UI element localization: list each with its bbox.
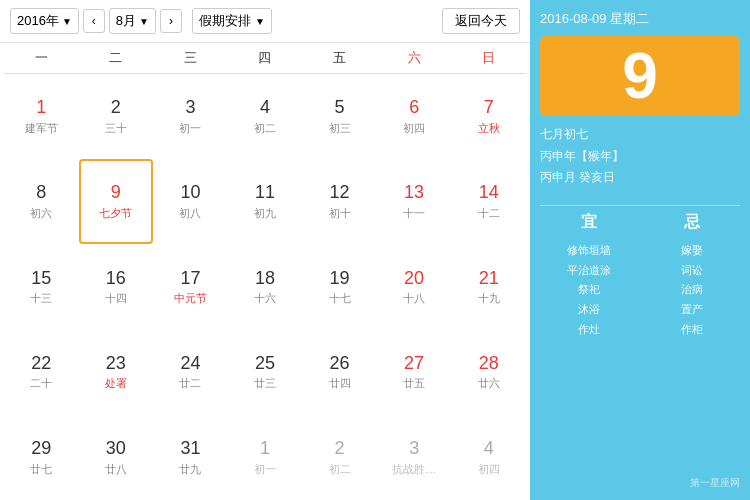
day-lunar: 初一 <box>179 121 201 136</box>
day-number: 29 <box>31 438 51 460</box>
day-number: 7 <box>484 97 494 119</box>
day-number: 4 <box>484 438 494 460</box>
days-grid: 1建军节2三十3初一4初二5初三6初四7立秋8初六9七夕节10初八11初九12初… <box>4 74 526 500</box>
day-cell[interactable]: 18十六 <box>228 244 303 329</box>
day-cell[interactable]: 16十四 <box>79 244 154 329</box>
yi-ji-items: 修饰垣墙平治道涂祭祀沐浴作灶 嫁娶词讼治病置产作柜 <box>540 241 740 340</box>
yi-item: 平治道涂 <box>540 261 637 281</box>
day-number: 24 <box>180 353 200 375</box>
day-cell[interactable]: 26廿四 <box>302 330 377 415</box>
lunar-line3: 丙申月 癸亥日 <box>540 167 740 189</box>
day-cell[interactable]: 7立秋 <box>451 74 526 159</box>
day-cell[interactable]: 27廿五 <box>377 330 452 415</box>
day-number: 16 <box>106 268 126 290</box>
day-cell[interactable]: 21十九 <box>451 244 526 329</box>
day-cell[interactable]: 11初九 <box>228 159 303 244</box>
yi-item: 作灶 <box>540 320 637 340</box>
month-label: 8月 <box>116 12 136 30</box>
day-cell[interactable]: 28廿六 <box>451 330 526 415</box>
day-number: 15 <box>31 268 51 290</box>
day-number: 9 <box>111 182 121 204</box>
day-lunar: 七夕节 <box>99 206 132 221</box>
lunar-line2: 丙申年【猴年】 <box>540 146 740 168</box>
day-cell[interactable]: 17中元节 <box>153 244 228 329</box>
weekday-wed: 三 <box>153 49 228 67</box>
day-number: 27 <box>404 353 424 375</box>
lunar-info: 七月初七 丙申年【猴年】 丙申月 癸亥日 <box>540 124 740 189</box>
date-header: 2016-08-09 星期二 <box>540 10 740 28</box>
day-lunar: 十二 <box>478 206 500 221</box>
day-cell[interactable]: 25廿三 <box>228 330 303 415</box>
day-cell[interactable]: 6初四 <box>377 74 452 159</box>
year-label: 2016年 <box>17 12 59 30</box>
day-cell[interactable]: 4初二 <box>228 74 303 159</box>
day-cell[interactable]: 2三十 <box>79 74 154 159</box>
day-number: 23 <box>106 353 126 375</box>
yi-label: 宜 <box>540 212 637 233</box>
day-lunar: 廿四 <box>329 376 351 391</box>
day-cell[interactable]: 3抗战胜… <box>377 415 452 500</box>
day-cell[interactable]: 5初三 <box>302 74 377 159</box>
yi-item: 沐浴 <box>540 300 637 320</box>
day-number: 1 <box>36 97 46 119</box>
day-number: 19 <box>330 268 350 290</box>
ji-item: 作柜 <box>643 320 740 340</box>
calendar-grid: 一 二 三 四 五 六 日 1建军节2三十3初一4初二5初三6初四7立秋8初六9… <box>0 43 530 500</box>
day-cell[interactable]: 12初十 <box>302 159 377 244</box>
next-month-btn[interactable]: › <box>160 9 182 33</box>
day-cell[interactable]: 30廿八 <box>79 415 154 500</box>
day-lunar: 初三 <box>329 121 351 136</box>
day-cell[interactable]: 24廿二 <box>153 330 228 415</box>
day-cell[interactable]: 8初六 <box>4 159 79 244</box>
day-cell[interactable]: 13十一 <box>377 159 452 244</box>
day-number: 14 <box>479 182 499 204</box>
day-number: 12 <box>330 182 350 204</box>
day-lunar: 抗战胜… <box>392 462 436 477</box>
day-lunar: 初八 <box>179 206 201 221</box>
day-cell[interactable]: 3初一 <box>153 74 228 159</box>
schedule-selector[interactable]: 假期安排 ▼ <box>192 8 272 34</box>
day-cell[interactable]: 9七夕节 <box>79 159 154 244</box>
day-cell[interactable]: 31廿九 <box>153 415 228 500</box>
day-cell[interactable]: 10初八 <box>153 159 228 244</box>
day-number: 22 <box>31 353 51 375</box>
big-date-box: 9 <box>540 36 740 116</box>
day-number: 18 <box>255 268 275 290</box>
day-cell[interactable]: 1初一 <box>228 415 303 500</box>
watermark-text: 第一星座网 <box>690 477 740 488</box>
day-cell[interactable]: 22二十 <box>4 330 79 415</box>
day-cell[interactable]: 15十三 <box>4 244 79 329</box>
day-cell[interactable]: 1建军节 <box>4 74 79 159</box>
day-number: 28 <box>479 353 499 375</box>
day-cell[interactable]: 19十七 <box>302 244 377 329</box>
day-number: 11 <box>255 182 275 204</box>
right-panel: 2016-08-09 星期二 9 七月初七 丙申年【猴年】 丙申月 癸亥日 宜 … <box>530 0 750 500</box>
day-lunar: 建军节 <box>25 121 58 136</box>
yi-item: 祭祀 <box>540 280 637 300</box>
day-lunar: 初六 <box>30 206 52 221</box>
day-number: 13 <box>404 182 424 204</box>
day-lunar: 十一 <box>403 206 425 221</box>
today-btn[interactable]: 返回今天 <box>442 8 520 34</box>
weekday-thu: 四 <box>228 49 303 67</box>
ji-item: 词讼 <box>643 261 740 281</box>
ji-item: 置产 <box>643 300 740 320</box>
day-number: 2 <box>111 97 121 119</box>
year-selector[interactable]: 2016年 ▼ <box>10 8 79 34</box>
prev-month-btn[interactable]: ‹ <box>83 9 105 33</box>
day-number: 17 <box>180 268 200 290</box>
day-number: 10 <box>180 182 200 204</box>
day-lunar: 廿八 <box>105 462 127 477</box>
day-cell[interactable]: 29廿七 <box>4 415 79 500</box>
day-cell[interactable]: 4初四 <box>451 415 526 500</box>
day-cell[interactable]: 20十八 <box>377 244 452 329</box>
month-selector[interactable]: 8月 ▼ <box>109 8 156 34</box>
day-cell[interactable]: 23处署 <box>79 330 154 415</box>
weekday-fri: 五 <box>302 49 377 67</box>
day-cell[interactable]: 14十二 <box>451 159 526 244</box>
day-cell[interactable]: 2初二 <box>302 415 377 500</box>
schedule-arrow: ▼ <box>255 16 265 27</box>
weekday-mon: 一 <box>4 49 79 67</box>
day-number: 31 <box>180 438 200 460</box>
day-lunar: 初四 <box>478 462 500 477</box>
